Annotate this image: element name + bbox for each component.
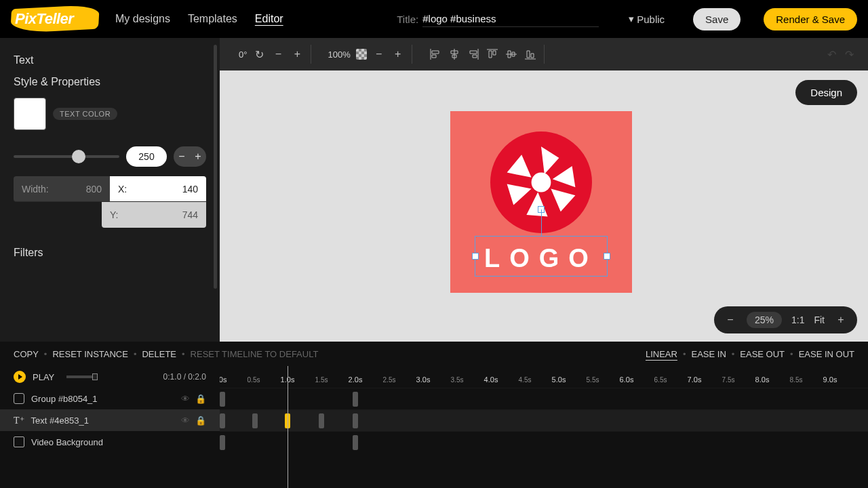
undo-icon[interactable]: ↶ <box>825 47 838 61</box>
artboard[interactable]: LOGO <box>450 111 632 293</box>
zoom-out-icon[interactable]: − <box>724 313 737 327</box>
save-button[interactable]: Save <box>693 8 741 30</box>
zoom-in-icon[interactable]: + <box>834 313 848 327</box>
visibility-dropdown[interactable]: ▾ Public <box>629 13 665 25</box>
zoom-controls: − 25% 1:1 Fit + <box>714 306 857 333</box>
rotate-value: 0° <box>239 49 247 60</box>
canvas[interactable]: Design LOGO <box>220 70 868 342</box>
align-center-v-icon[interactable] <box>505 47 518 61</box>
title-input[interactable] <box>422 11 599 27</box>
ease-in[interactable]: EASE IN <box>691 349 726 359</box>
lock-icon[interactable]: 🔒 <box>195 394 206 404</box>
track-text[interactable] <box>220 409 868 431</box>
visibility-icon[interactable]: 👁 <box>181 415 190 426</box>
section-text[interactable]: Text <box>14 54 206 66</box>
play-label: PLAY <box>33 372 54 382</box>
track-group[interactable] <box>220 388 868 409</box>
rotate-icon[interactable]: ↻ <box>252 47 266 61</box>
text-color-label: TEXT COLOR <box>53 108 117 120</box>
design-mode-toggle[interactable]: Design <box>795 80 857 105</box>
ruler-tick: 2.0s <box>349 375 363 384</box>
lock-icon[interactable]: 🔒 <box>195 415 206 426</box>
action-reset-instance[interactable]: RESET INSTANCE <box>52 349 127 359</box>
ruler-tick: 1.5s <box>315 376 328 384</box>
layer-row-video[interactable]: Video Background <box>0 431 220 453</box>
selection-handle-right[interactable] <box>604 253 610 260</box>
render-save-button[interactable]: Render & Save <box>764 8 857 30</box>
size-slider[interactable] <box>14 155 119 158</box>
size-value[interactable]: 250 <box>126 146 167 167</box>
align-top-icon[interactable] <box>486 47 499 61</box>
nav-my-designs[interactable]: My designs <box>115 13 170 25</box>
ruler-tick: 6.0s <box>620 375 634 384</box>
ruler-tick: 7.5s <box>722 376 735 384</box>
track-video[interactable] <box>220 431 868 453</box>
size-decrement[interactable]: − <box>174 146 190 167</box>
zoom-value[interactable]: 25% <box>747 312 782 328</box>
logo-text: PixTeller <box>11 10 73 28</box>
ruler-tick: 0.5s <box>248 376 260 384</box>
align-left-icon[interactable] <box>429 47 442 61</box>
visibility-label: Public <box>637 14 665 25</box>
ruler-tick: 0.0s <box>220 375 226 384</box>
size-increment[interactable]: + <box>190 146 206 167</box>
ruler-tick: 2.5s <box>383 376 396 384</box>
svg-point-0 <box>532 172 551 192</box>
ruler-tick: 5.0s <box>552 375 566 384</box>
ruler-tick: 4.5s <box>519 376 532 384</box>
opacity-value: 100% <box>328 49 350 60</box>
ruler-tick: 3.5s <box>451 376 464 384</box>
zoom-fit[interactable]: Fit <box>814 314 825 325</box>
text-icon: T⁺ <box>14 415 24 426</box>
ruler-tick: 9.0s <box>823 375 837 384</box>
visibility-icon[interactable]: 👁 <box>181 394 190 404</box>
time-display: 0:1.0 / 0:2.0 <box>163 372 206 382</box>
nav-templates[interactable]: Templates <box>188 13 237 25</box>
width-field[interactable]: Width: 800 <box>14 176 110 202</box>
nav-editor[interactable]: Editor <box>255 13 283 25</box>
ruler-tick: 8.5s <box>790 376 803 384</box>
section-style[interactable]: Style & Properties <box>14 76 206 88</box>
redo-icon[interactable]: ↷ <box>842 47 856 61</box>
play-button[interactable] <box>14 371 26 383</box>
align-bottom-icon[interactable] <box>524 47 537 61</box>
ruler-tick: 3.0s <box>416 375 431 384</box>
rotate-minus[interactable]: − <box>271 47 285 61</box>
timeline-ruler[interactable]: 0.0s0.5s1.0s1.5s2.0s2.5s3.0s3.5s4.0s4.5s… <box>220 366 868 388</box>
y-field[interactable]: Y: 744 <box>102 202 206 228</box>
ease-out[interactable]: EASE OUT <box>740 349 785 359</box>
selection-handle-left[interactable] <box>472 253 479 260</box>
canvas-toolbar: 0° ↻ − + 100% − + ↶ ↷ <box>220 38 868 70</box>
title-field: Title: <box>397 11 599 27</box>
ruler-tick: 4.0s <box>484 375 498 384</box>
x-field[interactable]: X: 140 <box>110 176 206 202</box>
main-nav: My designs Templates Editor <box>115 13 283 25</box>
app-header: PixTeller My designs Templates Editor Ti… <box>0 0 868 38</box>
opacity-plus[interactable]: + <box>391 47 405 61</box>
slider-thumb[interactable] <box>72 150 85 163</box>
ruler-tick: 7.0s <box>688 375 702 384</box>
align-center-h-icon[interactable] <box>448 47 461 61</box>
ruler-tick: 8.0s <box>755 375 770 384</box>
text-color-swatch[interactable] <box>14 98 46 130</box>
section-filters[interactable]: Filters <box>14 247 206 259</box>
ease-in-out[interactable]: EASE IN OUT <box>799 349 854 359</box>
rotate-plus[interactable]: + <box>290 47 304 61</box>
opacity-minus[interactable]: − <box>372 47 386 61</box>
chevron-down-icon: ▾ <box>629 13 634 25</box>
align-right-icon[interactable] <box>467 47 480 61</box>
ease-linear[interactable]: LINEAR <box>646 349 677 359</box>
playhead[interactable] <box>288 366 288 488</box>
timeline-panel: COPY• RESET INSTANCE• DELETE• RESET TIME… <box>0 342 868 488</box>
logo[interactable]: PixTeller <box>11 5 99 33</box>
layer-row-text[interactable]: T⁺ Text #4e853_1 👁🔒 <box>0 409 220 431</box>
timeline-tracks[interactable]: 0.0s0.5s1.0s1.5s2.0s2.5s3.0s3.5s4.0s4.5s… <box>220 366 868 488</box>
ruler-tick: 6.5s <box>654 376 667 384</box>
action-delete[interactable]: DELETE <box>142 349 176 359</box>
group-icon <box>14 393 24 404</box>
action-reset-timeline[interactable]: RESET TIMELINE TO DEFAULT <box>191 349 319 359</box>
layer-row-group[interactable]: Group #b8054_1 👁🔒 <box>0 388 220 409</box>
timeline-scrubber-mini[interactable] <box>66 375 96 378</box>
action-copy[interactable]: COPY <box>14 349 39 359</box>
zoom-1to1[interactable]: 1:1 <box>791 314 804 325</box>
